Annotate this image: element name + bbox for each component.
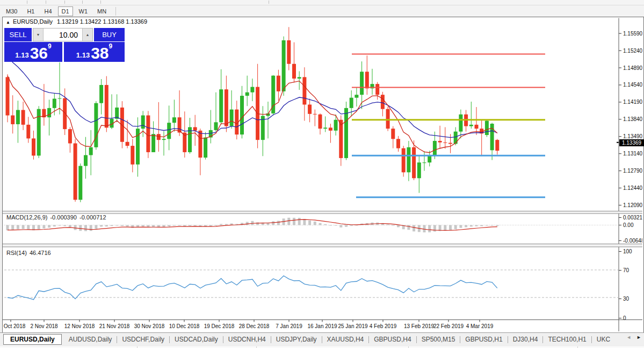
toolbar-divider (46, 1, 46, 4)
macd-histogram-bar (115, 225, 118, 226)
candle-body (412, 147, 416, 178)
macd-histogram-bar (287, 218, 290, 225)
macd-histogram-bar (392, 225, 394, 226)
date-tick-label: 30 Nov 2018 (134, 323, 165, 329)
macd-histogram-bar (314, 222, 316, 225)
macd-histogram-bar (308, 221, 311, 225)
price-tick-label: 1.15240 (623, 48, 642, 54)
macd-histogram-bar (491, 225, 494, 226)
candle-body (105, 85, 108, 127)
macd-histogram-bar (142, 225, 144, 227)
volume-increase-icon[interactable]: ▲ (82, 29, 92, 41)
macd-histogram-bar (152, 225, 155, 228)
date-tick-label: 4 Feb 2019 (370, 323, 397, 329)
macd-histogram-bar (126, 225, 129, 227)
volume-input[interactable]: 10.00 (44, 29, 82, 41)
tab-xauusd-h4[interactable]: XAUUSD,H4 (322, 334, 369, 345)
macd-histogram-bar (79, 225, 82, 231)
macd-histogram-bar (407, 225, 410, 230)
tab-gbpusd-h4[interactable]: GBPUSD,H4 (369, 334, 416, 345)
macd-histogram-bar (454, 225, 457, 230)
date-tick-label: 16 Jan 2019 (307, 323, 337, 329)
macd-axis-label: 0.00 (623, 222, 634, 228)
timeframe-button-h4[interactable]: H4 (40, 6, 55, 16)
candle-body (214, 122, 218, 130)
candle-body (438, 141, 442, 143)
candle-body (26, 125, 30, 139)
macd-histogram-bar (215, 225, 218, 226)
tab-scroll-right-icon[interactable]: ► (636, 335, 641, 340)
macd-histogram-bar (246, 222, 249, 225)
volume-decrease-icon[interactable]: ▼ (33, 29, 44, 41)
tab-tech100-h1[interactable]: TECH100,H1 (543, 334, 591, 345)
price-tick-label: 1.14890 (623, 65, 642, 71)
date-tick-label: 7 Jan 2019 (276, 323, 302, 329)
date-tick-label: 10 Dec 2018 (169, 323, 200, 329)
timeframe-button-h1[interactable]: H1 (23, 6, 38, 16)
tab-usdcnh-h4[interactable]: USDCNH,H4 (223, 334, 271, 345)
candle-body (151, 134, 155, 152)
buy-price-box[interactable]: 1.13 38 9 (64, 42, 125, 62)
date-tick-label: 19 Dec 2018 (204, 323, 235, 329)
chart-ohlc-values: 1.13219 1.13422 1.13168 1.13369 (57, 18, 147, 25)
tab-usdcad-daily[interactable]: USDCAD,Daily (170, 334, 223, 345)
macd-histogram-bar (475, 225, 478, 226)
macd-histogram-bar (74, 225, 77, 230)
date-tick-label: 21 Nov 2018 (99, 323, 130, 329)
macd-histogram-bar (303, 219, 306, 225)
candle-body (308, 104, 312, 113)
tab-sp500-m15[interactable]: SP500,M15 (417, 334, 460, 345)
macd-histogram-bar (433, 225, 436, 232)
top-toolbar-strip (0, 0, 644, 5)
current-price-tag: 1.13369 (619, 139, 644, 146)
price-tick-label: 1.12790 (623, 168, 642, 174)
timeframe-button-m30[interactable]: M30 (2, 6, 21, 16)
candle-body (344, 108, 348, 158)
price-tick-label: 1.12090 (623, 202, 642, 208)
tab-dj30-h4[interactable]: DJ30,H4 (508, 334, 543, 345)
chart-window: 1.155901.152401.148901.145401.141901.138… (2, 17, 644, 333)
price-tick-label: 1.14540 (623, 82, 642, 88)
tab-usdjpy-daily[interactable]: USDJPY,Daily (271, 334, 322, 345)
macd-histogram-bar (189, 225, 191, 226)
tab-scroll-left-icon[interactable]: ◄ (626, 335, 631, 340)
tab-gbpusd-h1[interactable]: GBPUSD,H1 (460, 334, 507, 345)
timeframe-button-d1[interactable]: D1 (58, 6, 73, 16)
tab-audusd-daily[interactable]: AUDUSD,Daily (64, 334, 117, 345)
macd-histogram-bar (413, 225, 415, 232)
tab-eurusd-daily[interactable]: EURUSD,Daily (3, 334, 62, 345)
price-tick-label: 1.13490 (623, 133, 642, 139)
candle-body (459, 115, 462, 132)
macd-histogram-bar (449, 225, 452, 230)
timeframe-button-mn[interactable]: MN (93, 6, 110, 16)
toolbar-divider (64, 1, 65, 4)
candle-body (126, 142, 129, 146)
candle-body (204, 138, 207, 158)
tab-usdchf-daily[interactable]: USDCHF,Daily (117, 334, 169, 345)
macd-histogram-bar (397, 225, 400, 228)
candle-body (339, 120, 343, 158)
candle-body (250, 87, 254, 93)
tab-ukc[interactable]: UKC (592, 334, 615, 345)
timeframe-button-w1[interactable]: W1 (75, 6, 92, 16)
collapse-triangle-icon[interactable]: ▲ (6, 20, 10, 25)
buy-price-small: 1.13 (76, 51, 90, 59)
macd-histogram-bar (121, 225, 124, 226)
sell-button[interactable]: SELL (4, 28, 32, 41)
macd-histogram-bar (59, 225, 61, 226)
candle-body (120, 108, 124, 142)
candle-body (141, 116, 145, 129)
macd-histogram-bar (345, 225, 348, 227)
macd-histogram-bar (350, 225, 353, 226)
macd-histogram-bar (53, 225, 56, 227)
candle-body (193, 127, 197, 130)
buy-button[interactable]: BUY (94, 28, 125, 41)
macd-histogram-bar (27, 225, 30, 230)
macd-histogram-bar (95, 225, 97, 229)
macd-histogram-bar (387, 224, 389, 225)
macd-histogram-bar (173, 225, 176, 226)
toolbar-divider (82, 1, 83, 4)
candle-body (16, 110, 20, 124)
sell-price-box[interactable]: 1.13 36 9 (4, 42, 62, 62)
candle-body (365, 72, 369, 88)
